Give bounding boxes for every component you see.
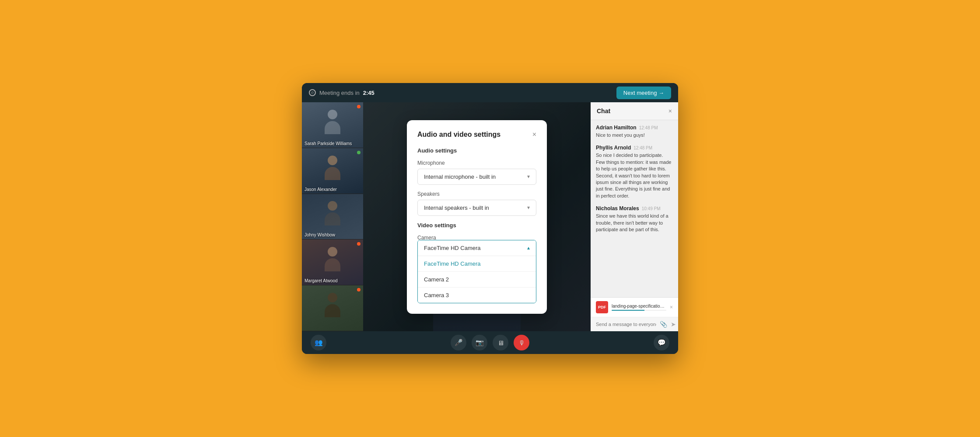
main-area: Sarah Parkside Williams Jason Alexander xyxy=(302,102,678,331)
controls-center: 🎤 📷 🖥 🎙 xyxy=(451,335,529,350)
participant-indicator xyxy=(357,105,360,108)
message-text: Since we have this world kind of a troub… xyxy=(596,213,673,233)
send-icon[interactable]: ➤ xyxy=(671,321,676,328)
speakers-select[interactable]: Internal speakers - built in ▾ xyxy=(417,200,536,216)
participant-thumb[interactable]: Sarah Parkside Williams xyxy=(302,102,363,148)
next-meeting-button[interactable]: Next meeting → xyxy=(616,87,671,99)
participant-thumb[interactable]: Johny Wishbow xyxy=(302,194,363,240)
modal-overlay: Audio and video settings × Audio setting… xyxy=(363,102,591,331)
chat-icon: 💬 xyxy=(658,339,666,347)
camera-dropdown[interactable]: FaceTime HD Camera ▴ FaceTime HD Camera … xyxy=(417,240,536,303)
microphone-value: Internal microphone - built in xyxy=(424,173,496,180)
attachment-name: landing-page-specification.pdf xyxy=(612,304,666,309)
video-main: Audio and video settings × Audio setting… xyxy=(363,102,591,331)
participant-name: Sarah Parkside Williams xyxy=(302,139,354,148)
camera-options-list: FaceTime HD Camera Camera 2 Camera 3 xyxy=(418,256,536,303)
chat-input-row: 📎 ➤ xyxy=(591,317,678,331)
camera-icon: 📷 xyxy=(476,339,484,347)
mute-button[interactable]: 🎙 xyxy=(514,335,529,350)
camera-button[interactable]: 📷 xyxy=(472,335,487,350)
app-window: ⏱ Meeting ends in 2:45 Next meeting → Sa… xyxy=(302,83,678,354)
chat-message: Phyllis Arnold 12:48 PM So nice I decide… xyxy=(596,145,673,199)
message-header: Phyllis Arnold 12:48 PM xyxy=(596,145,673,151)
participant-name xyxy=(302,327,307,331)
chat-close-button[interactable]: × xyxy=(668,108,672,114)
participant-thumb[interactable]: Margaret Atwood xyxy=(302,239,363,285)
participant-name: Margaret Atwood xyxy=(302,277,340,285)
chat-message: Adrian Hamilton 12:48 PM Nice to meet yo… xyxy=(596,125,673,139)
participants-sidebar: Sarah Parkside Williams Jason Alexander xyxy=(302,102,363,331)
attachment-close-button[interactable]: × xyxy=(670,304,673,310)
modal-title: Audio and video settings xyxy=(417,131,500,139)
message-header: Nicholas Morales 10:49 PM xyxy=(596,205,673,212)
screen-share-button[interactable]: 🖥 xyxy=(493,335,508,350)
speakers-value: Internal speakers - built in xyxy=(424,205,489,211)
meeting-timer: ⏱ Meeting ends in 2:45 xyxy=(309,89,374,96)
participant-name: Johny Wishbow xyxy=(302,231,338,239)
microphone-chevron-icon: ▾ xyxy=(527,173,530,180)
modal-close-button[interactable]: × xyxy=(532,131,536,138)
modal-header: Audio and video settings × xyxy=(417,131,536,139)
chat-messages: Adrian Hamilton 12:48 PM Nice to meet yo… xyxy=(591,120,678,297)
screen-share-icon: 🖥 xyxy=(497,339,504,347)
message-text: So nice I decided to participate. Few th… xyxy=(596,152,673,199)
header-bar: ⏱ Meeting ends in 2:45 Next meeting → xyxy=(302,83,678,102)
camera-option-1[interactable]: FaceTime HD Camera xyxy=(418,256,536,272)
message-time: 10:49 PM xyxy=(642,206,661,211)
chat-footer: PDF landing-page-specification.pdf × 📎 ➤ xyxy=(591,297,678,331)
microphone-icon: 🎤 xyxy=(455,339,463,347)
attachment-info: landing-page-specification.pdf xyxy=(612,304,666,311)
mute-icon: 🎙 xyxy=(518,339,525,347)
chat-input[interactable] xyxy=(596,322,656,327)
camera-current-value: FaceTime HD Camera xyxy=(424,245,481,251)
participant-thumb[interactable] xyxy=(302,285,363,331)
message-time: 12:48 PM xyxy=(639,125,658,130)
participant-name: Jason Alexander xyxy=(302,185,340,194)
microphone-label: Microphone xyxy=(417,160,536,166)
participant-thumb[interactable]: Jason Alexander xyxy=(302,148,363,194)
pdf-icon: PDF xyxy=(596,301,608,313)
microphone-button[interactable]: 🎤 xyxy=(451,335,466,350)
message-text: Nice to meet you guys! xyxy=(596,132,673,139)
speakers-label: Speakers xyxy=(417,191,536,197)
video-section: Video settings Camera FaceTime HD Camera… xyxy=(417,222,536,303)
attachment-progress-bar xyxy=(612,310,644,311)
message-time: 12:48 PM xyxy=(634,146,652,150)
participant-indicator xyxy=(357,151,360,154)
camera-option-3[interactable]: Camera 3 xyxy=(418,288,536,303)
attachment-icon[interactable]: 📎 xyxy=(660,321,667,328)
audio-video-settings-modal: Audio and video settings × Audio setting… xyxy=(407,120,547,314)
chat-button[interactable]: 💬 xyxy=(654,335,669,350)
message-sender: Adrian Hamilton xyxy=(596,125,637,131)
speakers-chevron-icon: ▾ xyxy=(527,205,530,211)
timer-icon: ⏱ xyxy=(309,89,316,96)
chat-message: Nicholas Morales 10:49 PM Since we have … xyxy=(596,205,673,233)
camera-dropdown-header[interactable]: FaceTime HD Camera ▴ xyxy=(418,240,536,256)
message-sender: Phyllis Arnold xyxy=(596,145,631,151)
attachment-progress xyxy=(612,310,666,311)
participants-button[interactable]: 👥 xyxy=(311,335,326,350)
video-section-title: Video settings xyxy=(417,222,536,229)
chat-attachment: PDF landing-page-specification.pdf × xyxy=(591,298,678,317)
participant-bg xyxy=(302,285,363,331)
chat-header: Chat × xyxy=(591,102,678,120)
bottom-controls: 👥 🎤 📷 🖥 🎙 💬 xyxy=(302,331,678,354)
meeting-time: 2:45 xyxy=(363,90,374,96)
meeting-ends-label: Meeting ends in xyxy=(319,90,360,96)
message-header: Adrian Hamilton 12:48 PM xyxy=(596,125,673,131)
message-sender: Nicholas Morales xyxy=(596,205,639,212)
microphone-select[interactable]: Internal microphone - built in ▾ xyxy=(417,169,536,185)
audio-section-title: Audio settings xyxy=(417,147,536,154)
chat-panel: Chat × Adrian Hamilton 12:48 PM Nice to … xyxy=(591,102,678,331)
camera-option-2[interactable]: Camera 2 xyxy=(418,272,536,288)
chat-title: Chat xyxy=(597,108,610,114)
camera-chevron-icon: ▴ xyxy=(527,245,530,251)
participants-icon: 👥 xyxy=(315,339,323,347)
